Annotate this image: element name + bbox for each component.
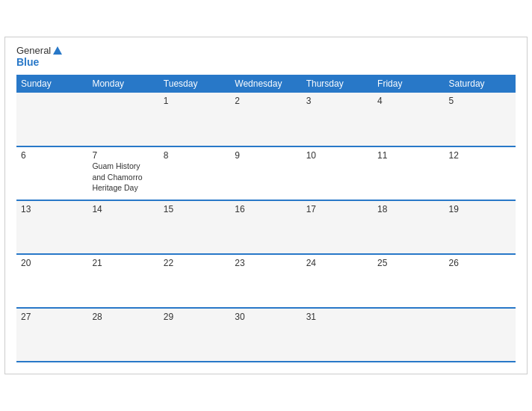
day-number: 29 bbox=[164, 312, 226, 322]
day-cell: 29 bbox=[159, 308, 230, 362]
weekday-thursday: Thursday bbox=[302, 75, 373, 93]
day-cell: 9 bbox=[230, 146, 301, 200]
day-cell: 1 bbox=[159, 93, 230, 146]
day-cell: 31 bbox=[302, 308, 373, 362]
day-cell: 5 bbox=[445, 93, 516, 146]
week-row-0: 12345 bbox=[16, 93, 516, 146]
day-number: 10 bbox=[306, 150, 368, 161]
day-number: 20 bbox=[21, 258, 83, 268]
day-number: 15 bbox=[164, 204, 226, 214]
day-cell: 21 bbox=[87, 254, 158, 308]
day-number: 17 bbox=[306, 204, 368, 214]
day-cell: 17 bbox=[302, 200, 373, 254]
day-cell: 2 bbox=[230, 93, 301, 146]
day-cell: 13 bbox=[16, 200, 87, 254]
day-number: 31 bbox=[306, 312, 368, 322]
day-number: 28 bbox=[92, 312, 154, 322]
week-row-2: 13141516171819 bbox=[16, 200, 516, 254]
day-number: 26 bbox=[449, 258, 511, 268]
day-cell: 8 bbox=[159, 146, 230, 200]
day-number: 27 bbox=[21, 312, 83, 322]
weekday-monday: Monday bbox=[87, 75, 158, 93]
day-number: 19 bbox=[449, 204, 511, 214]
day-cell bbox=[87, 93, 158, 146]
day-cell: 25 bbox=[373, 254, 444, 308]
day-cell: 16 bbox=[230, 200, 301, 254]
day-number: 5 bbox=[449, 96, 511, 106]
day-cell: 28 bbox=[87, 308, 158, 362]
day-number: 7 bbox=[92, 150, 154, 161]
day-number: 4 bbox=[377, 96, 439, 106]
day-cell: 24 bbox=[302, 254, 373, 308]
day-cell bbox=[16, 93, 87, 146]
day-number: 6 bbox=[21, 150, 83, 161]
weekday-friday: Friday bbox=[373, 75, 444, 93]
day-cell: 27 bbox=[16, 308, 87, 362]
day-cell: 22 bbox=[159, 254, 230, 308]
logo: General Blue bbox=[16, 45, 64, 69]
day-cell bbox=[445, 308, 516, 362]
day-cell: 4 bbox=[373, 93, 444, 146]
calendar-header: General Blue bbox=[16, 45, 516, 69]
day-cell: 3 bbox=[302, 93, 373, 146]
day-cell: 15 bbox=[159, 200, 230, 254]
day-number: 23 bbox=[235, 258, 297, 268]
day-cell: 30 bbox=[230, 308, 301, 362]
day-number: 2 bbox=[235, 96, 297, 106]
day-number: 24 bbox=[306, 258, 368, 268]
day-number: 22 bbox=[164, 258, 226, 268]
day-number: 3 bbox=[306, 96, 368, 106]
weekday-header-row: SundayMondayTuesdayWednesdayThursdayFrid… bbox=[16, 75, 516, 93]
day-number: 11 bbox=[377, 150, 439, 161]
day-number: 30 bbox=[235, 312, 297, 322]
calendar: General Blue SundayMondayTuesdayWednesda… bbox=[4, 37, 528, 374]
day-number: 25 bbox=[377, 258, 439, 268]
day-number: 16 bbox=[235, 204, 297, 214]
day-number: 1 bbox=[164, 96, 226, 106]
day-cell bbox=[373, 308, 444, 362]
day-cell: 11 bbox=[373, 146, 444, 200]
week-row-1: 67Guam History and Chamorro Heritage Day… bbox=[16, 146, 516, 200]
day-number: 21 bbox=[92, 258, 154, 268]
weekday-sunday: Sunday bbox=[16, 75, 87, 93]
weekday-saturday: Saturday bbox=[445, 75, 516, 93]
day-number: 13 bbox=[21, 204, 83, 214]
day-cell: 6 bbox=[16, 146, 87, 200]
day-number: 8 bbox=[164, 150, 226, 161]
logo-triangle-icon bbox=[53, 46, 62, 55]
day-number: 14 bbox=[92, 204, 154, 214]
week-row-3: 20212223242526 bbox=[16, 254, 516, 308]
day-cell: 26 bbox=[445, 254, 516, 308]
logo-general-text: General bbox=[16, 45, 51, 57]
day-cell: 10 bbox=[302, 146, 373, 200]
logo-wrapper: General Blue bbox=[16, 45, 64, 69]
day-cell: 23 bbox=[230, 254, 301, 308]
day-cell: 14 bbox=[87, 200, 158, 254]
event-text: Guam History and Chamorro Heritage Day bbox=[92, 161, 142, 192]
day-cell: 19 bbox=[445, 200, 516, 254]
week-row-4: 2728293031 bbox=[16, 308, 516, 362]
day-number: 12 bbox=[449, 150, 511, 161]
day-cell: 12 bbox=[445, 146, 516, 200]
calendar-grid: SundayMondayTuesdayWednesdayThursdayFrid… bbox=[16, 75, 516, 362]
weekday-wednesday: Wednesday bbox=[230, 75, 301, 93]
weekday-tuesday: Tuesday bbox=[159, 75, 230, 93]
day-cell: 18 bbox=[373, 200, 444, 254]
day-cell: 20 bbox=[16, 254, 87, 308]
day-number: 9 bbox=[235, 150, 297, 161]
day-cell: 7Guam History and Chamorro Heritage Day bbox=[87, 146, 158, 200]
day-number: 18 bbox=[377, 204, 439, 214]
logo-blue-text: Blue bbox=[16, 56, 39, 69]
